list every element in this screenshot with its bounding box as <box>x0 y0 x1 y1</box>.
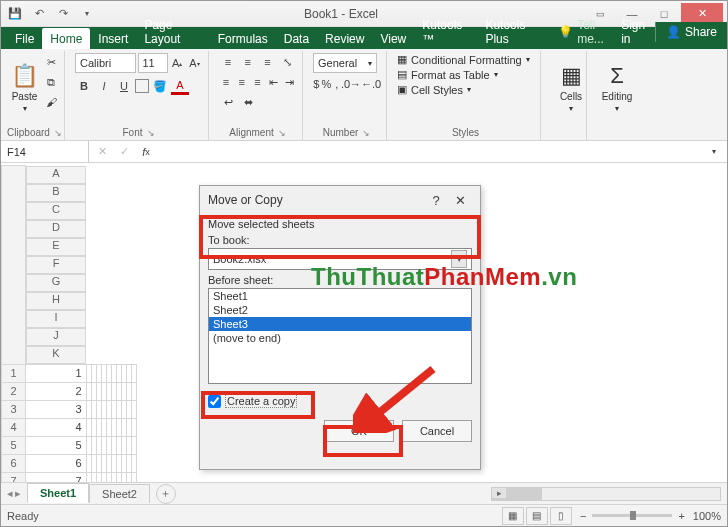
new-sheet-button[interactable]: ＋ <box>156 484 176 504</box>
cell[interactable] <box>131 454 136 472</box>
sheet-nav-prev-icon[interactable]: ◂ <box>7 487 13 500</box>
indent-decrease-icon[interactable]: ⇤ <box>266 73 280 91</box>
merge-center-icon[interactable]: ⬌ <box>239 93 257 111</box>
select-all-corner[interactable] <box>2 166 26 365</box>
increase-decimal-icon[interactable]: .0→ <box>342 75 360 93</box>
tab-review[interactable]: Review <box>317 28 372 49</box>
col-header[interactable]: E <box>26 238 86 256</box>
cancel-formula-icon[interactable]: ✕ <box>93 143 111 161</box>
cells-button[interactable]: ▦ Cells ▾ <box>551 53 591 123</box>
cell[interactable]: 5 <box>26 436 87 454</box>
dialog-launcher-icon[interactable]: ↘ <box>362 128 370 138</box>
cut-icon[interactable]: ✂ <box>42 53 60 71</box>
tab-insert[interactable]: Insert <box>90 28 136 49</box>
format-as-table-button[interactable]: ▤Format as Table ▾ <box>397 68 534 81</box>
zoom-slider[interactable] <box>592 514 672 517</box>
cell[interactable] <box>131 436 136 454</box>
col-header[interactable]: D <box>26 220 86 238</box>
tell-me[interactable]: 💡 Tell me... <box>550 15 613 49</box>
font-size-combo[interactable]: 11 <box>138 53 168 73</box>
row-header[interactable]: 6 <box>2 454 26 472</box>
list-item[interactable]: Sheet2 <box>209 303 471 317</box>
col-header[interactable]: A <box>26 166 86 184</box>
col-header[interactable]: B <box>26 184 86 202</box>
border-icon[interactable] <box>135 79 149 93</box>
undo-icon[interactable]: ↶ <box>29 4 49 24</box>
zoom-level[interactable]: 100% <box>693 510 721 522</box>
sign-in[interactable]: Sign in <box>613 15 655 49</box>
cell[interactable] <box>131 472 136 482</box>
number-format-combo[interactable]: General▾ <box>313 53 377 73</box>
enter-formula-icon[interactable]: ✓ <box>115 143 133 161</box>
page-layout-view-icon[interactable]: ▤ <box>526 507 548 525</box>
qat-customize-icon[interactable]: ▾ <box>77 4 97 24</box>
wrap-text-icon[interactable]: ↩ <box>219 93 237 111</box>
sheet-tab-1[interactable]: Sheet1 <box>27 483 89 503</box>
indent-increase-icon[interactable]: ⇥ <box>282 73 296 91</box>
tab-kutools-plus[interactable]: Kutools Plus <box>477 14 550 49</box>
dialog-launcher-icon[interactable]: ↘ <box>54 128 62 138</box>
scroll-right-icon[interactable]: ▸ <box>492 488 506 498</box>
tab-file[interactable]: File <box>7 28 42 49</box>
dialog-launcher-icon[interactable]: ↘ <box>147 128 155 138</box>
accounting-icon[interactable]: $ <box>313 75 320 93</box>
name-box[interactable]: F14 <box>1 141 89 162</box>
font-color-icon[interactable]: A <box>171 77 189 95</box>
bold-icon[interactable]: B <box>75 77 93 95</box>
zoom-out-icon[interactable]: − <box>580 510 586 522</box>
cell-styles-button[interactable]: ▣Cell Styles ▾ <box>397 83 534 96</box>
cell[interactable] <box>131 400 136 418</box>
orientation-icon[interactable]: ⤡ <box>278 53 296 71</box>
col-header[interactable]: K <box>26 346 86 364</box>
col-header[interactable]: C <box>26 202 86 220</box>
decrease-font-icon[interactable]: A▾ <box>187 54 202 72</box>
align-right-icon[interactable]: ≡ <box>251 73 265 91</box>
editing-button[interactable]: Σ Editing ▾ <box>597 53 637 123</box>
cell[interactable]: 2 <box>26 382 87 400</box>
horizontal-scrollbar[interactable]: ◂ ▸ <box>491 487 721 501</box>
comma-icon[interactable]: , <box>333 75 340 93</box>
decrease-decimal-icon[interactable]: ←.0 <box>362 75 380 93</box>
fill-color-icon[interactable]: 🪣 <box>151 77 169 95</box>
list-item[interactable]: Sheet1 <box>209 289 471 303</box>
align-bottom-icon[interactable]: ≡ <box>259 53 277 71</box>
col-header[interactable]: F <box>26 256 86 274</box>
share-button[interactable]: 👤 Share <box>655 22 727 42</box>
dialog-launcher-icon[interactable]: ↘ <box>278 128 286 138</box>
zoom-in-icon[interactable]: + <box>678 510 684 522</box>
percent-icon[interactable]: % <box>322 75 332 93</box>
tab-home[interactable]: Home <box>42 28 90 49</box>
row-header[interactable]: 7 <box>2 472 26 482</box>
tab-formulas[interactable]: Formulas <box>210 28 276 49</box>
tab-page-layout[interactable]: Page Layout <box>136 14 209 49</box>
font-name-combo[interactable]: Calibri <box>75 53 136 73</box>
formula-bar[interactable] <box>159 141 705 162</box>
col-header[interactable]: G <box>26 274 86 292</box>
col-header[interactable]: I <box>26 310 86 328</box>
cell[interactable]: 6 <box>26 454 87 472</box>
list-item[interactable]: (move to end) <box>209 331 471 345</box>
sheet-tab-2[interactable]: Sheet2 <box>89 484 150 503</box>
cell[interactable] <box>131 418 136 436</box>
cell[interactable]: 1 <box>26 364 87 382</box>
tab-data[interactable]: Data <box>276 28 317 49</box>
underline-icon[interactable]: U <box>115 77 133 95</box>
row-header[interactable]: 2 <box>2 382 26 400</box>
col-header[interactable]: H <box>26 292 86 310</box>
paste-button[interactable]: 📋 Paste ▾ <box>11 53 38 123</box>
save-icon[interactable]: 💾 <box>5 4 25 24</box>
row-header[interactable]: 1 <box>2 364 26 382</box>
row-header[interactable]: 3 <box>2 400 26 418</box>
conditional-formatting-button[interactable]: ▦Conditional Formatting ▾ <box>397 53 534 66</box>
redo-icon[interactable]: ↷ <box>53 4 73 24</box>
cell[interactable]: 7 <box>26 472 87 482</box>
page-break-view-icon[interactable]: ▯ <box>550 507 572 525</box>
copy-icon[interactable]: ⧉ <box>42 73 60 91</box>
cell[interactable] <box>131 382 136 400</box>
normal-view-icon[interactable]: ▦ <box>502 507 524 525</box>
align-center-icon[interactable]: ≡ <box>235 73 249 91</box>
align-top-icon[interactable]: ≡ <box>219 53 237 71</box>
italic-icon[interactable]: I <box>95 77 113 95</box>
fx-icon[interactable]: fx <box>137 143 155 161</box>
dialog-close-icon[interactable]: ✕ <box>448 193 472 208</box>
